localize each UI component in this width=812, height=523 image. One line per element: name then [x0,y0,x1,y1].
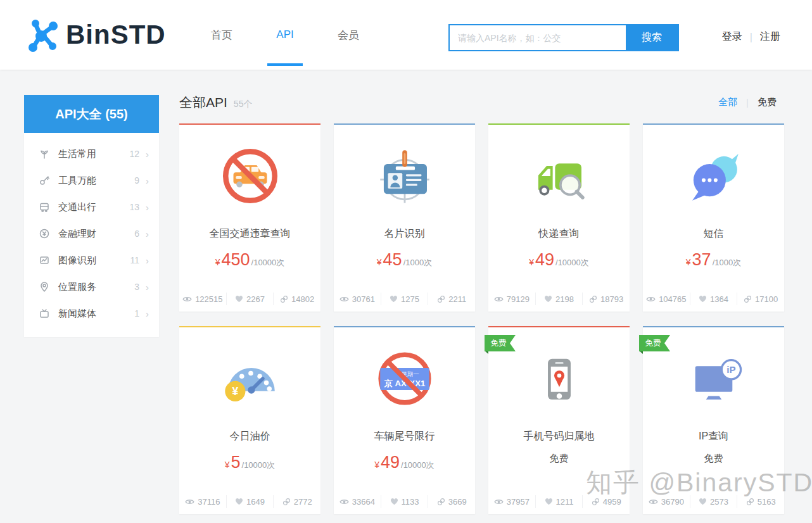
links-count: 5163 [758,497,776,507]
heart-icon [390,498,398,505]
svg-text:iP: iP [726,364,735,375]
brand-name: BinSTD [66,20,166,50]
api-price: 免费 [488,453,630,465]
sidebar-item-life[interactable]: 生活常用 12 › [24,141,159,167]
plate-icon: 星期一 京 AX·XX1 [334,327,475,430]
price-value: 450 [221,250,250,270]
chevron-right-icon: › [146,175,149,186]
api-stats: 37957 1211 4959 [488,489,630,514]
filter-separator: | [746,97,749,108]
price-value: 49 [535,250,554,270]
api-card-traffic-violation[interactable]: 全国交通违章查询 ¥ 450 /10000次 122515 2267 14802 [179,123,320,312]
filter-all[interactable]: 全部 [718,96,737,108]
api-stats: 122515 2267 14802 [179,286,320,312]
currency-symbol: ¥ [225,460,230,470]
sidebar-item-image[interactable]: 图像识别 11 › [24,247,159,274]
views-count: 30761 [352,294,375,304]
links-count: 3669 [448,497,467,507]
eye-icon [182,296,192,303]
sidebar-item-label: 金融理财 [58,228,134,240]
link-icon [282,498,291,506]
api-card-express-tracking[interactable]: 快递查询 ¥ 49 /10000次 79129 2198 18793 [488,123,630,312]
link-icon [589,295,597,303]
api-stats: 33664 1133 3669 [334,489,475,514]
likes-count: 2267 [246,294,265,304]
api-stats: 104765 1364 17100 [643,286,784,312]
page: BinSTD 首页 API 会员 搜索 登录 | 注册 API大全 (55) 生… [0,0,812,523]
heart-icon [699,295,707,303]
link-icon [592,498,600,506]
currency-symbol: ¥ [529,257,534,267]
nav-item-home[interactable]: 首页 [190,0,253,70]
svg-text:¥: ¥ [232,385,238,398]
category-sidebar: API大全 (55) 生活常用 12 › 工具万能 9 › [24,95,159,337]
sidebar-item-tools[interactable]: 工具万能 9 › [24,167,159,194]
sidebar-title: API大全 (55) [24,95,159,133]
likes-count: 2198 [555,294,574,304]
heart-icon [390,295,398,303]
api-card-sms[interactable]: 短信 ¥ 37 /1000次 104765 1364 17100 [643,123,784,312]
api-stats: 79129 2198 18793 [488,286,630,312]
chevron-right-icon: › [146,255,149,266]
sidebar-item-location[interactable]: 位置服务 3 › [24,274,159,300]
main-nav: 首页 API 会员 [190,0,380,70]
api-card-ip-lookup[interactable]: 免费 iP IP查询 免费 36790 2573 5163 [643,326,784,514]
key-icon [38,174,51,187]
sidebar-item-label: 生活常用 [58,148,129,160]
tv-icon [38,307,51,320]
chevron-right-icon: › [146,282,149,293]
links-count: 2211 [448,294,466,304]
price-unit: /10000次 [242,460,276,471]
filter-free[interactable]: 免费 [758,96,777,108]
api-title: IP查询 [643,430,784,445]
coin-icon [38,227,51,240]
truck-icon [488,125,630,227]
auth-separator: | [750,32,752,43]
login-link[interactable]: 登录 [722,30,742,44]
sidebar-item-label: 工具万能 [58,175,134,187]
auth-links: 登录 | 注册 [722,30,780,44]
links-count: 17100 [755,294,778,304]
price-unit: /10000次 [251,257,285,268]
likes-count: 1649 [246,497,265,507]
links-count: 2772 [294,497,312,507]
api-card-phone-location[interactable]: 免费 手机号码归属地 免费 37957 1211 4959 [488,326,630,514]
link-icon [746,498,754,506]
sidebar-item-traffic[interactable]: 交通出行 13 › [24,194,159,220]
idcard-icon [334,125,475,227]
price-value: 37 [692,250,711,270]
eye-icon [494,296,504,303]
search-input[interactable] [450,25,626,50]
api-title: 车辆尾号限行 [334,430,475,445]
content-title: 全部API 55个 [179,94,252,111]
sidebar-item-news[interactable]: 新闻媒体 1 › [24,300,159,327]
search-bar: 搜索 [448,24,679,51]
sidebar-item-finance[interactable]: 金融理财 6 › [24,220,159,247]
api-card-plate-restriction[interactable]: 星期一 京 AX·XX1 车辆尾号限行 ¥ 49 /10000次 33664 1… [334,326,475,514]
brand-logo-icon [24,16,61,53]
gauge-icon: ¥ [179,327,320,430]
api-title: 今日油价 [179,430,320,445]
sidebar-item-count: 3 [134,282,139,292]
nav-item-member[interactable]: 会员 [317,0,380,70]
eye-icon [649,498,658,505]
link-icon [437,295,445,303]
currency-symbol: ¥ [686,257,691,267]
currency-symbol: ¥ [215,257,220,267]
sidebar-item-count: 1 [134,308,139,318]
api-card-oil-price[interactable]: ¥ 今日油价 ¥ 5 /10000次 37116 1649 2772 [179,326,320,514]
register-link[interactable]: 注册 [760,30,780,44]
links-count: 4959 [603,497,621,507]
api-title: 快递查询 [488,227,630,243]
likes-count: 1133 [402,497,419,507]
search-button[interactable]: 搜索 [626,25,678,50]
api-card-business-card-ocr[interactable]: 名片识别 ¥ 45 /1000次 30761 1275 2211 [334,123,475,312]
nav-item-api[interactable]: API [253,0,317,70]
price-unit: /1000次 [713,257,742,268]
api-title: 名片识别 [334,227,475,243]
chevron-right-icon: › [146,308,149,319]
free-price-label: 免费 [550,453,569,465]
brand-logo[interactable]: BinSTD [24,16,166,53]
links-count: 14802 [291,294,314,304]
api-price: ¥ 49 /10000次 [488,250,630,270]
